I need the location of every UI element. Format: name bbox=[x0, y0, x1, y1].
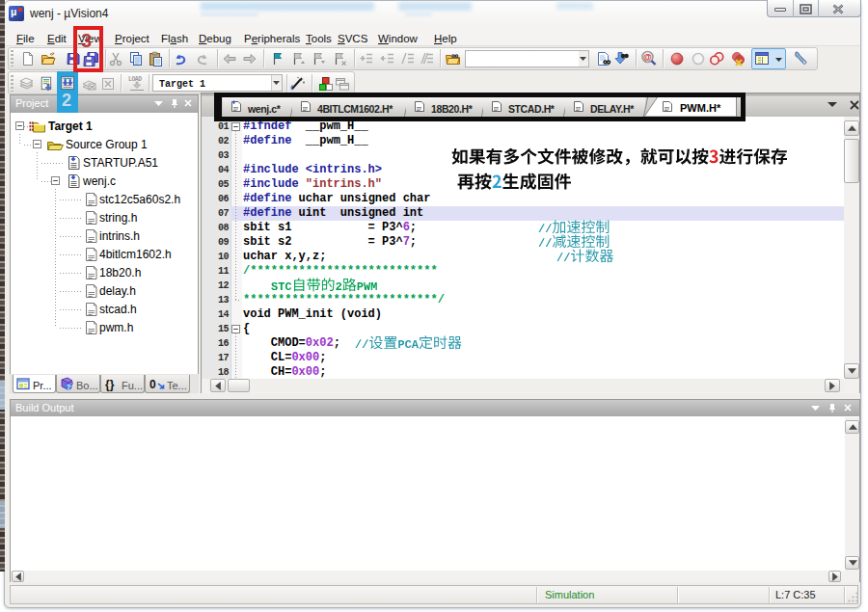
svg-text:@: @ bbox=[643, 52, 652, 62]
svg-text:LOAD: LOAD bbox=[128, 76, 142, 83]
svg-text:?: ? bbox=[67, 383, 71, 391]
